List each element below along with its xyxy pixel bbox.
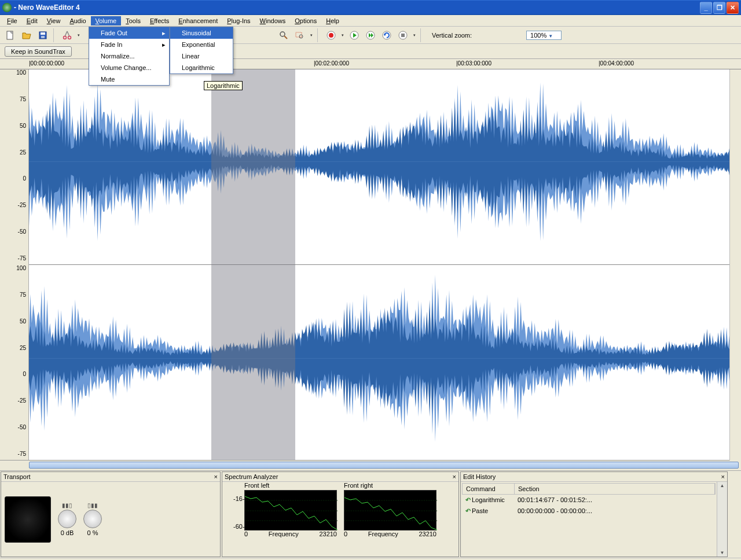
record-button[interactable] — [324, 28, 338, 42]
menu-options[interactable]: Options — [290, 16, 321, 25]
submenu-item-linear[interactable]: Linear — [170, 50, 233, 62]
menu-plug-ins[interactable]: Plug-Ins — [222, 16, 255, 25]
level-meter-icon: ▮▮▯ — [62, 502, 72, 509]
cut-button[interactable] — [60, 28, 74, 42]
menu-item-fade-in[interactable]: Fade In — [89, 39, 169, 50]
history-row[interactable]: ↶Logarithmic00:01:14:677 - 00:01:52:... — [462, 495, 716, 506]
titlebar: - Nero WaveEditor 4 _ ❐ ✕ — [0, 0, 741, 15]
svg-rect-16 — [401, 34, 405, 37]
svg-rect-0 — [7, 31, 13, 39]
toolbar-separator — [317, 28, 321, 42]
menu-item-volume-change-[interactable]: Volume Change... — [89, 62, 169, 73]
spectrum-channel-label: Front right — [344, 482, 373, 489]
submenu-item-exponential[interactable]: Exponential — [170, 39, 233, 50]
panel-title: Spectrum Analyzer — [225, 473, 278, 480]
zoom-selection-button[interactable] — [293, 28, 307, 42]
keep-in-soundtrax-button[interactable]: Keep in SoundTrax — [5, 46, 72, 57]
spectrum-right-canvas — [344, 490, 436, 530]
toolbar-dropdown-icon[interactable]: ▾ — [309, 33, 314, 38]
history-scrollbar[interactable]: ▲▼ — [717, 482, 727, 557]
svg-point-11 — [329, 33, 333, 38]
menu-enhancement[interactable]: Enhancement — [174, 16, 222, 25]
speed-value: 0 % — [87, 529, 98, 536]
amplitude-tick: 0 — [23, 175, 26, 182]
toolbar-dropdown-icon[interactable]: ▾ — [340, 33, 345, 38]
ruler-tick-label: |00:04:00:000 — [599, 60, 634, 67]
gain-knob[interactable] — [58, 510, 76, 528]
svg-point-4 — [64, 36, 67, 39]
app-icon — [2, 3, 12, 12]
amplitude-tick: 0 — [23, 371, 26, 377]
save-button[interactable] — [36, 28, 50, 42]
jog-wheel[interactable] — [5, 496, 51, 543]
vertical-zoom-select[interactable]: 100% ▼ — [526, 31, 562, 40]
menu-audio[interactable]: Audio — [65, 16, 90, 25]
bottom-panels: Transport× ▮▮▯ 0 dB ▯▮▮ 0 % Spectrum Ana… — [0, 471, 728, 558]
menu-item-normalize-[interactable]: Normalize... — [89, 50, 169, 62]
toolbar-dropdown-icon[interactable]: ▾ — [76, 33, 81, 38]
axis-label: Frequency — [269, 530, 299, 537]
close-button[interactable]: ✕ — [727, 2, 739, 14]
ruler-tick-label: |00:02:00:000 — [314, 60, 349, 67]
history-table: Command Section ↶Logarithmic00:01:14:677… — [461, 482, 717, 557]
menu-volume[interactable]: Volume — [91, 16, 122, 25]
panel-title: Edit History — [463, 473, 496, 480]
history-panel: Edit History× Command Section ↶Logarithm… — [460, 471, 728, 557]
svg-rect-3 — [41, 36, 45, 38]
menu-item-fade-out[interactable]: Fade Out — [89, 27, 169, 39]
menu-help[interactable]: Help — [321, 16, 344, 25]
new-file-button[interactable] — [3, 28, 17, 42]
menu-tools[interactable]: Tools — [121, 16, 145, 25]
toolbar-dropdown-icon[interactable]: ▾ — [412, 33, 417, 38]
speed-meter-icon: ▯▮▮ — [87, 502, 98, 509]
panel-title: Transport — [3, 473, 31, 480]
undo-icon: ↶ — [465, 496, 471, 503]
axis-label: Frequency — [368, 530, 398, 537]
waveform-area[interactable]: 1007550250-25-50-751007550250-25-50-75 — [0, 69, 729, 460]
column-header[interactable]: Section — [515, 484, 715, 494]
horizontal-scrollbar[interactable] — [0, 460, 741, 471]
menu-effects[interactable]: Effects — [145, 16, 174, 25]
amplitude-tick: 75 — [20, 292, 26, 298]
amplitude-axis: 1007550250-25-50-751007550250-25-50-75 — [0, 69, 29, 460]
submenu-item-sinusoidal[interactable]: Sinusoidal — [170, 27, 233, 39]
panel-close-icon[interactable]: × — [453, 473, 456, 480]
panel-close-icon[interactable]: × — [721, 473, 725, 480]
stop-button[interactable] — [396, 28, 410, 42]
zoom-tool-button[interactable] — [277, 28, 291, 42]
vertical-zoom-label: Vertical zoom: — [432, 32, 472, 39]
menu-edit[interactable]: Edit — [22, 16, 42, 25]
menubar: FileEditViewAudioVolumeToolsEffectsEnhan… — [0, 15, 741, 27]
amplitude-tick: 50 — [20, 123, 26, 129]
minimize-button[interactable]: _ — [700, 2, 712, 14]
transport-panel: Transport× ▮▮▯ 0 dB ▯▮▮ 0 % — [1, 471, 221, 557]
menu-item-mute[interactable]: Mute — [89, 73, 169, 85]
undo-icon: ↶ — [465, 507, 471, 514]
gain-value: 0 dB — [61, 529, 74, 536]
amplitude-tick: 25 — [20, 149, 26, 156]
toolbar-separator — [420, 28, 424, 42]
menu-view[interactable]: View — [42, 16, 65, 25]
spectrum-panel: Spectrum Analyzer× Front left -16--60- 0… — [222, 471, 459, 557]
window-title: - Nero WaveEditor 4 — [14, 3, 699, 12]
column-header[interactable]: Command — [463, 484, 515, 494]
open-file-button[interactable] — [20, 28, 34, 42]
menu-file[interactable]: File — [2, 16, 22, 25]
play-button[interactable] — [347, 28, 361, 42]
submenu-item-logarithmic[interactable]: Logarithmic — [170, 62, 233, 73]
amplitude-tick: -75 — [18, 255, 26, 261]
rewind-button[interactable] — [380, 28, 394, 42]
history-row[interactable]: ↶Paste00:00:00:000 - 00:00:00:... — [462, 506, 716, 517]
play-loop-button[interactable] — [364, 28, 377, 42]
selection-region[interactable] — [211, 69, 295, 460]
panel-close-icon[interactable]: × — [214, 473, 218, 480]
waveform-canvas[interactable] — [29, 69, 729, 460]
vertical-scrollbar[interactable] — [729, 69, 741, 460]
amplitude-tick: -50 — [18, 424, 26, 430]
menu-windows[interactable]: Windows — [255, 16, 291, 25]
amplitude-tick: -25 — [18, 202, 26, 208]
volume-menu-popup: Fade OutFade InNormalize...Volume Change… — [89, 27, 170, 86]
speed-knob[interactable] — [83, 510, 102, 528]
tooltip: Logarithmic — [204, 81, 243, 90]
maximize-button[interactable]: ❐ — [713, 2, 725, 14]
